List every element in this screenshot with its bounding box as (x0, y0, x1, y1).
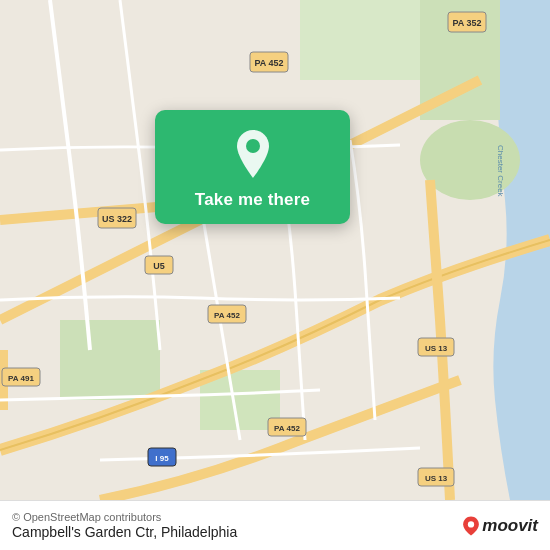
svg-text:PA 352: PA 352 (452, 18, 481, 28)
svg-text:U5: U5 (153, 261, 165, 271)
svg-text:US 322: US 322 (102, 214, 132, 224)
svg-point-28 (246, 139, 260, 153)
take-me-there-button[interactable]: Take me there (195, 190, 310, 210)
moovit-logo: moovit (460, 515, 538, 537)
map-background: PA 452 PA 352 US 322 U5 PA 491 PA 452 PA… (0, 0, 550, 500)
svg-text:PA 452: PA 452 (254, 58, 283, 68)
cta-card[interactable]: Take me there (155, 110, 350, 224)
copyright-text: © OpenStreetMap contributors (12, 511, 237, 523)
location-label: Campbell's Garden Ctr, Philadelphia (12, 524, 237, 540)
moovit-icon (460, 515, 482, 537)
svg-text:PA 452: PA 452 (214, 311, 240, 320)
svg-text:US 13: US 13 (425, 474, 448, 483)
svg-text:I 95: I 95 (155, 454, 169, 463)
bottom-bar: © OpenStreetMap contributors Campbell's … (0, 500, 550, 550)
moovit-text: moovit (482, 516, 538, 536)
map-container: PA 452 PA 352 US 322 U5 PA 491 PA 452 PA… (0, 0, 550, 500)
svg-rect-4 (60, 320, 160, 400)
svg-text:US 13: US 13 (425, 344, 448, 353)
svg-text:PA 491: PA 491 (8, 374, 34, 383)
location-pin-icon (227, 128, 279, 180)
bottom-left-info: © OpenStreetMap contributors Campbell's … (12, 511, 237, 540)
svg-rect-2 (300, 0, 420, 80)
svg-point-29 (468, 521, 474, 527)
svg-text:PA 452: PA 452 (274, 424, 300, 433)
svg-text:Chester Creek: Chester Creek (496, 145, 505, 198)
